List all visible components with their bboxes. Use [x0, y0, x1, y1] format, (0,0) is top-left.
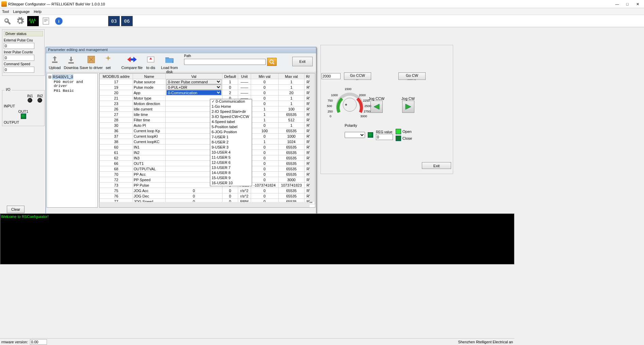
path-input[interactable] — [184, 59, 266, 65]
table-row[interactable]: 73PP Pulse0Pulse-10737418241073741823RW — [100, 183, 315, 188]
upload-button[interactable]: Upload — [47, 54, 63, 70]
save-to-driver-button[interactable]: Save to driver — [79, 54, 103, 70]
console-line: Welcome to RSConfigurator! — [1, 214, 49, 219]
tool-wrench-icon[interactable] — [1, 16, 13, 26]
table-row[interactable]: 30Auto PI1——01RW — [100, 123, 315, 128]
polarity-select[interactable] — [345, 132, 365, 138]
table-row[interactable]: 27Idle time500ms165535RW — [100, 112, 315, 117]
table-row[interactable]: 61IN233——065535RW — [100, 150, 315, 155]
tool-digit-06[interactable]: 06 — [121, 16, 133, 26]
table-row[interactable]: 23Motion direction0——01RW — [100, 101, 315, 106]
tool-gear-icon[interactable] — [14, 16, 26, 26]
dropdown-item[interactable]: 6-JOG Position — [210, 130, 252, 135]
table-row[interactable]: 62IN336——065535RW — [100, 155, 315, 161]
go-cw-button[interactable]: Go CW ──→ — [398, 72, 426, 80]
col-header[interactable]: Min val — [251, 74, 278, 79]
panel-exit-button[interactable]: Exit — [422, 162, 451, 169]
col-header[interactable]: Name — [133, 74, 165, 79]
compare-file-button[interactable]: Compare file — [120, 54, 144, 70]
in2-led — [37, 98, 42, 103]
table-row[interactable]: 28Filter time12850us1512RW — [100, 117, 315, 123]
table-row[interactable]: 21Motor type0——01RW — [100, 96, 315, 101]
external-pulse-label: External Pulse Cou — [4, 38, 43, 42]
table-row[interactable]: 75JOG Acc00r/s^2065535RW — [100, 188, 315, 193]
dropdown-item[interactable]: 16-USER 10 — [210, 181, 252, 186]
col-header[interactable]: Max val — [278, 74, 304, 79]
minimize-button[interactable]: — — [612, 1, 622, 7]
table-row[interactable]: 68OUTPUTVAL0——065535RW — [100, 166, 315, 172]
dropdown-item[interactable]: 13-USER 7 — [210, 166, 252, 171]
param-name: Current loop Kp — [133, 128, 165, 134]
menu-language[interactable]: Language — [13, 8, 30, 15]
to-disk-button[interactable]: to dis — [144, 54, 158, 70]
parameter-tree[interactable]: ⊟ RS400V1_0 P00 motor and driver P01 Bas… — [47, 73, 98, 208]
dropdown-item[interactable]: 10-USER 4 — [210, 150, 252, 155]
dropdown-item[interactable]: 15-USER 9 — [210, 176, 252, 181]
external-pulse-value[interactable] — [4, 43, 34, 49]
modal-exit-button[interactable]: Exit — [292, 57, 313, 66]
table-row[interactable]: 38Current loopKC384——11024RW — [100, 139, 315, 144]
dropdown-item[interactable]: 5-Position tabel — [210, 125, 252, 130]
table-row[interactable]: 17Pulse source0-Inner Pulse command1——01… — [100, 79, 315, 85]
tree-node-p01[interactable]: P01 Basic — [48, 88, 97, 93]
reg-value-input[interactable] — [376, 134, 393, 140]
tool-note-icon[interactable] — [40, 16, 52, 26]
dropdown-item[interactable]: 0-Communication — [210, 99, 252, 104]
svg-rect-6 — [68, 62, 74, 64]
table-row[interactable]: 26Idle current50%1100RW — [100, 106, 315, 112]
param-value-select[interactable]: 0-Inner Pulse command — [166, 79, 221, 84]
tree-node-p00[interactable]: P00 motor and driver — [48, 80, 97, 88]
dropdown-item[interactable]: 4-Speed tabel — [210, 120, 252, 125]
tool-info-icon[interactable]: i — [53, 16, 65, 26]
dropdown-item[interactable]: 7-USER 1 — [210, 135, 252, 140]
dropdown-item[interactable]: 2-IO Speed:Start+dir — [210, 109, 252, 115]
close-button[interactable]: ✕ — [632, 1, 643, 7]
inner-pulse-value[interactable] — [4, 55, 34, 61]
table-row[interactable]: 70PP Acc0r/s^2065535RW — [100, 172, 315, 177]
menu-help[interactable]: Help — [34, 8, 42, 15]
col-header[interactable]: Val — [165, 74, 222, 79]
table-row[interactable]: 37Current loopKI50——01000RW — [100, 134, 315, 139]
table-row[interactable]: 72PP Speed0RPM03000RW — [100, 177, 315, 183]
dropdown-item[interactable]: 8-USER 2 — [210, 140, 252, 145]
dropdown-item[interactable]: 9-USER 3 — [210, 145, 252, 150]
tool-digit-03[interactable]: 03 — [108, 16, 120, 26]
speed-dial[interactable]: 0 250 500 750 1000 1500 2000 2250 2500 2… — [334, 89, 365, 120]
table-scroll-v[interactable] — [310, 73, 315, 202]
param-name: OUTPUTVAL — [133, 166, 165, 172]
dropdown-item[interactable]: 1-Go Home — [210, 104, 252, 109]
jog-cw-button[interactable] — [402, 101, 414, 113]
app-dropdown-list[interactable]: 0-Communication1-Go Home2-IO Speed:Start… — [210, 99, 252, 186]
polarity-led — [368, 132, 373, 138]
table-row[interactable]: 60IN132——065535RW — [100, 144, 315, 150]
param-value-select[interactable]: 0-Communication — [166, 90, 221, 95]
jog-ccw-button[interactable] — [370, 101, 383, 113]
maximize-button[interactable]: □ — [622, 1, 632, 7]
table-row[interactable]: 19Pulse mode0-PUL+DIR0——01RW — [100, 85, 315, 90]
dropdown-item[interactable]: 14-USER 8 — [210, 171, 252, 176]
param-value-select[interactable]: 0-PUL+DIR — [166, 85, 221, 90]
command-speed-value[interactable] — [4, 67, 34, 73]
menu-tool[interactable]: Tool — [2, 8, 9, 15]
dropdown-item[interactable]: 11-USER 5 — [210, 155, 252, 160]
table-scroll-h[interactable] — [99, 202, 310, 207]
go-ccw-button[interactable]: Go CCW ← — [344, 72, 371, 80]
download-button[interactable]: Downloa — [63, 54, 79, 70]
browse-button[interactable] — [267, 58, 277, 66]
set-button[interactable]: set — [103, 54, 113, 70]
col-header[interactable]: Default — [222, 74, 238, 79]
table-row[interactable]: 76JOG Dec00r/s^2065535RW — [100, 193, 315, 199]
dropdown-item[interactable]: 12-USER 6 — [210, 160, 252, 166]
load-from-disk-button[interactable]: Load from disk — [158, 54, 181, 74]
open-led — [396, 129, 401, 134]
tree-root[interactable]: RS400V1_0 — [52, 74, 73, 79]
table-row[interactable]: 36Current loop Kp1000——10065535RW — [100, 128, 315, 134]
tool-scope-icon[interactable] — [27, 16, 39, 26]
clear-button[interactable]: Clear — [7, 206, 24, 213]
table-row[interactable]: 66OUT117——065535RW — [100, 161, 315, 166]
col-header[interactable]: Unit — [238, 74, 251, 79]
speed-input[interactable] — [321, 73, 341, 79]
dropdown-item[interactable]: 3-IO Speed:CW+CCW — [210, 115, 252, 120]
table-row[interactable]: 20App0-Communication2——020RW — [100, 90, 315, 96]
col-header[interactable]: MODBUS addre — [100, 74, 133, 79]
